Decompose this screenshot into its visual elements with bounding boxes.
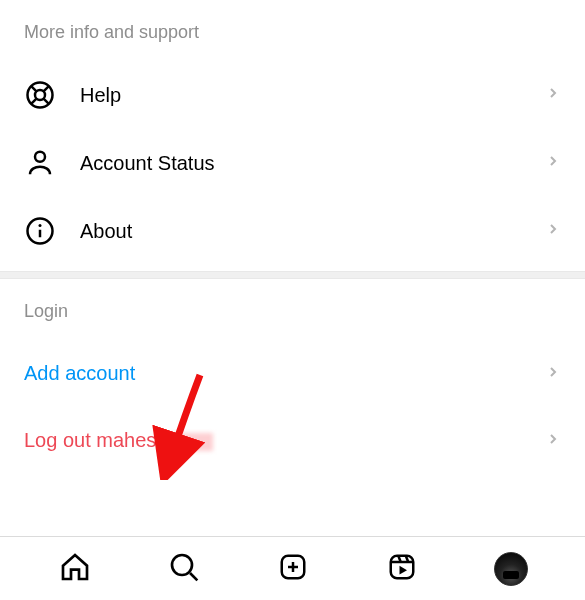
avatar-icon [494,552,528,586]
svg-line-4 [44,86,49,91]
home-icon [59,551,91,587]
person-icon [24,147,56,179]
svg-line-5 [31,99,36,104]
add-account-label: Add account [24,362,545,385]
svg-line-12 [190,573,197,580]
logout-label: Log out mahesh [24,429,545,452]
svg-point-6 [35,152,45,162]
row-help[interactable]: Help [0,61,585,129]
nav-profile[interactable] [493,551,529,587]
plus-square-icon [278,552,308,586]
section-header-login: Login [0,279,585,340]
svg-line-3 [44,99,49,104]
row-label: Account Status [80,152,545,175]
svg-point-1 [35,90,45,100]
section-header-more-info: More info and support [0,0,585,61]
nav-home[interactable] [57,551,93,587]
section-separator [0,271,585,279]
redacted-text [169,433,213,451]
row-about[interactable]: About [0,197,585,265]
nav-new-post[interactable] [275,551,311,587]
svg-point-9 [39,224,42,227]
svg-point-11 [172,555,192,575]
row-account-status[interactable]: Account Status [0,129,585,197]
row-label: About [80,220,545,243]
lifebuoy-icon [24,79,56,111]
nav-search[interactable] [166,551,202,587]
chevron-right-icon [545,431,561,451]
nav-reels[interactable] [384,551,420,587]
reels-icon [387,552,417,586]
svg-line-2 [31,86,36,91]
search-icon [168,551,200,587]
chevron-right-icon [545,364,561,384]
chevron-right-icon [545,221,561,241]
row-label: Help [80,84,545,107]
row-logout[interactable]: Log out mahesh [0,407,585,474]
chevron-right-icon [545,85,561,105]
row-add-account[interactable]: Add account [0,340,585,407]
chevron-right-icon [545,153,561,173]
info-icon [24,215,56,247]
svg-marker-20 [399,565,407,574]
bottom-nav [0,536,585,600]
svg-rect-16 [390,555,413,578]
